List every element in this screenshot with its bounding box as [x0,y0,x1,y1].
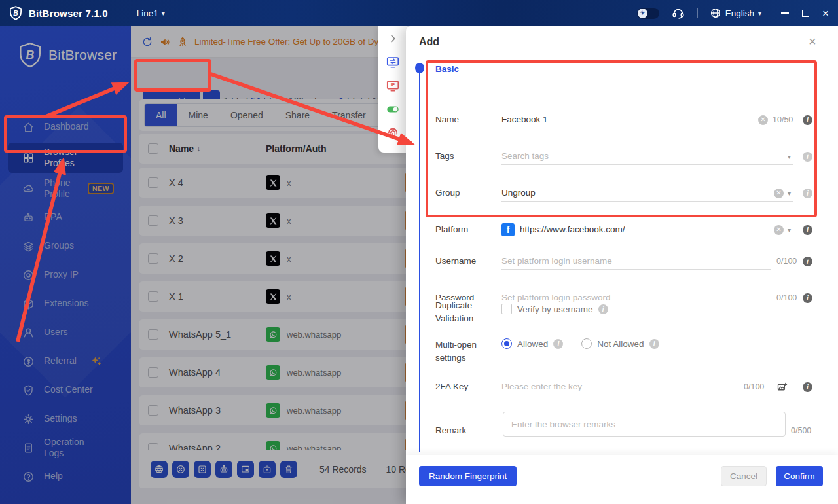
line-selector[interactable]: Line1 ▾ [137,9,165,18]
info-icon[interactable]: i [803,189,812,198]
add-profile-drawer: Add × Basic Name ✕ 10/50 i Tags ▾ i Grou… [406,26,838,504]
name-input[interactable] [501,115,765,124]
strip-sync-monitor[interactable] [386,55,400,69]
globe-icon [710,7,721,19]
facebook-icon: f [501,223,515,236]
password-input[interactable] [501,293,771,302]
strip-ip-monitor[interactable]: IP [386,79,400,93]
chevron-down-icon: ▾ [758,10,761,17]
language-selector[interactable]: English ▾ [710,7,761,19]
app-title: BitBrowser 7.1.0 [29,8,108,19]
info-icon[interactable]: i [803,115,812,125]
app-logo-icon: B [9,6,22,20]
drawer-close-button[interactable]: × [809,34,816,49]
chevron-down-icon[interactable]: ▾ [788,190,791,197]
name-counter: 10/50 [773,115,793,124]
chevron-down-icon[interactable]: ▾ [788,226,791,234]
clear-icon[interactable]: ✕ [774,225,784,235]
info-icon[interactable]: i [803,225,812,235]
strip-toggle[interactable] [386,102,400,117]
2fa-counter: 0/100 [744,382,764,391]
strip-fingerprint[interactable] [386,126,400,140]
tags-input[interactable] [501,151,793,161]
cancel-button[interactable]: Cancel [721,466,767,486]
sun-icon: ☀ [638,9,647,18]
info-icon[interactable]: i [553,339,563,349]
info-icon[interactable]: i [803,152,812,162]
group-select[interactable] [501,188,793,198]
close-window-button[interactable]: × [822,8,829,19]
username-counter: 0/100 [776,257,797,266]
language-label: English [725,9,754,18]
support-icon[interactable] [671,6,685,20]
titlebar: B BitBrowser 7.1.0 Line1 ▾ ☀ English ▾ × [0,0,838,26]
info-icon[interactable]: i [803,293,812,303]
not-allowed-radio[interactable] [581,338,592,349]
maximize-button[interactable] [802,10,809,17]
info-icon[interactable]: i [649,339,659,349]
platform-input[interactable] [520,225,793,234]
chevron-down-icon[interactable]: ▾ [788,153,791,160]
confirm-button[interactable]: Confirm [776,466,823,486]
utility-strip: IP [378,26,407,153]
section-title-basic: Basic [435,64,459,74]
svg-text:IP: IP [391,82,395,87]
minimize-button[interactable] [781,12,789,14]
info-icon[interactable]: i [803,382,812,392]
password-counter: 0/100 [776,293,797,302]
drawer-footer: Random Fingerprint Cancel Confirm [406,455,838,504]
info-icon[interactable]: i [598,304,608,314]
scan-qr-icon[interactable] [776,382,788,393]
username-input[interactable] [501,256,771,266]
random-fingerprint-button[interactable]: Random Fingerprint [419,466,517,486]
clear-icon[interactable]: ✕ [774,189,784,198]
info-icon[interactable]: i [803,257,812,266]
svg-text:B: B [13,10,18,17]
allowed-radio[interactable] [501,338,512,349]
remark-counter: 0/500 [791,426,811,435]
clear-icon[interactable]: ✕ [758,115,768,125]
drawer-title: Add [419,36,439,48]
stepper-line [419,72,420,452]
strip-collapse[interactable] [386,31,400,46]
verify-username-checkbox[interactable] [501,304,512,314]
modal-backdrop [0,26,406,504]
remark-input[interactable] [511,420,777,429]
2fa-key-input[interactable] [501,382,738,391]
divider [697,8,698,18]
theme-toggle[interactable]: ☀ [637,8,659,19]
line-selector-label: Line1 [137,9,158,18]
chevron-down-icon: ▾ [162,10,165,17]
